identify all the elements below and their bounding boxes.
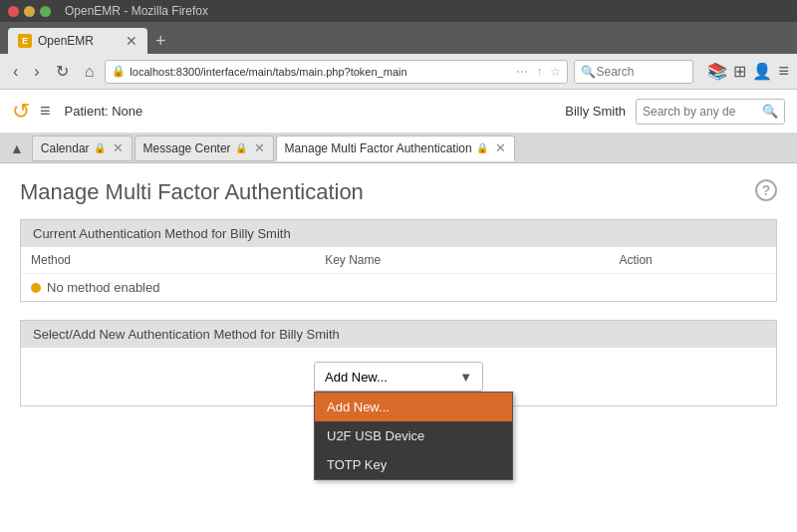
bookmark-icon: ⋯ <box>516 65 528 79</box>
window-controls <box>8 6 51 17</box>
browser-search-input[interactable] <box>596 65 685 79</box>
dropdown-selected-label: Add New... <box>325 370 388 385</box>
patient-search-bar[interactable]: 🔍 <box>636 99 785 125</box>
right-nav: 📚 ⊞ 👤 ≡ <box>707 61 789 82</box>
home-button[interactable]: ⌂ <box>80 61 100 83</box>
message-lock-icon: 🔒 <box>235 142 247 153</box>
star-icon: ☆ <box>550 65 561 79</box>
page-title-row: Manage Multi Factor Authentication ? <box>20 179 777 205</box>
col-keyname: Key Name <box>325 253 619 267</box>
add-auth-section: Select/Add New Authentication Method for… <box>20 320 777 406</box>
no-method-label: No method enabled <box>47 280 159 295</box>
tab-calendar-label: Calendar <box>41 141 90 155</box>
calendar-tab-close[interactable]: ✕ <box>113 140 124 155</box>
dropdown-option-u2f[interactable]: U2F USB Device <box>315 421 512 450</box>
tab-manage-mfa-label: Manage Multi Factor Authentication <box>285 141 472 155</box>
calendar-lock-icon: 🔒 <box>94 142 106 153</box>
add-new-dropdown-menu: Add New... U2F USB Device TOTP Key <box>314 392 513 480</box>
account-icon[interactable]: 👤 <box>752 62 772 81</box>
add-auth-header: Select/Add New Authentication Method for… <box>21 321 776 348</box>
current-auth-header: Current Authentication Method for Billy … <box>21 220 776 247</box>
browser-tab-label: OpenEMR <box>38 34 94 48</box>
dropdown-option-totp[interactable]: TOTP Key <box>315 450 512 479</box>
status-dot <box>31 283 41 293</box>
address-text: localhost:8300/interface/main/tabs/main.… <box>130 66 512 78</box>
minimize-window-button[interactable] <box>24 6 35 17</box>
mfa-lock-icon: 🔒 <box>476 142 488 153</box>
collapse-tabs-button[interactable]: ▲ <box>4 138 30 158</box>
message-tab-close[interactable]: ✕ <box>254 140 265 155</box>
tab-calendar[interactable]: Calendar 🔒 ✕ <box>32 135 133 161</box>
app-toolbar: ↺ ≡ Patient: None Billy Smith 🔍 <box>0 90 797 133</box>
patient-search-icon: 🔍 <box>762 104 778 119</box>
add-section-body: Add New... ▼ Add New... U2F USB Device T… <box>21 348 776 405</box>
current-auth-section: Current Authentication Method for Billy … <box>20 219 777 302</box>
browser-tab-close[interactable]: ✕ <box>126 33 137 49</box>
tab-message-center[interactable]: Message Center 🔒 ✕ <box>134 135 274 161</box>
nav-bar: ‹ › ↻ ⌂ 🔒 localhost:8300/interface/main/… <box>0 54 797 90</box>
add-new-dropdown-container: Add New... ▼ Add New... U2F USB Device T… <box>314 362 483 392</box>
col-method: Method <box>31 253 325 267</box>
maximize-window-button[interactable] <box>40 6 51 17</box>
add-new-dropdown-trigger[interactable]: Add New... ▼ <box>314 362 483 392</box>
page-title: Manage Multi Factor Authentication <box>20 179 364 205</box>
tab-favicon: E <box>18 34 32 48</box>
refresh-button[interactable]: ↻ <box>51 60 74 83</box>
table-header: Method Key Name Action <box>21 247 776 274</box>
user-name-label: Billy Smith <box>565 104 626 119</box>
sidebar-icon[interactable]: ⊞ <box>733 62 746 81</box>
address-bar[interactable]: 🔒 localhost:8300/interface/main/tabs/mai… <box>105 60 568 84</box>
lock-icon: 🔒 <box>112 65 126 78</box>
app-tabs-row: ▲ Calendar 🔒 ✕ Message Center 🔒 ✕ Manage… <box>0 133 797 163</box>
share-icon: ↑ <box>536 65 542 79</box>
help-button[interactable]: ? <box>755 179 777 201</box>
patient-info-label: Patient: None <box>65 104 556 119</box>
browser-tab-openemr[interactable]: E OpenEMR ✕ <box>8 28 147 54</box>
title-bar: OpenEMR - Mozilla Firefox <box>0 0 797 22</box>
back-button[interactable]: ‹ <box>8 61 23 83</box>
app-logo-button[interactable]: ↺ <box>12 99 30 125</box>
dropdown-option-add-new[interactable]: Add New... <box>315 393 512 421</box>
search-icon: 🔍 <box>581 65 596 79</box>
forward-button[interactable]: › <box>29 61 44 83</box>
dropdown-arrow-icon: ▼ <box>459 370 472 385</box>
library-icon[interactable]: 📚 <box>707 62 727 81</box>
tab-manage-mfa[interactable]: Manage Multi Factor Authentication 🔒 ✕ <box>276 135 515 161</box>
app-menu-button[interactable]: ≡ <box>40 101 51 122</box>
tab-message-center-label: Message Center <box>143 141 231 155</box>
app-logo-icon: ↺ <box>12 99 30 124</box>
col-action: Action <box>619 253 766 267</box>
patient-search-input[interactable] <box>643 105 762 119</box>
new-tab-button[interactable]: + <box>147 28 174 54</box>
page-content: Manage Multi Factor Authentication ? Cur… <box>0 163 797 532</box>
browser-search-bar[interactable]: 🔍 <box>574 60 693 84</box>
window-title: OpenEMR - Mozilla Firefox <box>65 4 208 18</box>
mfa-tab-close[interactable]: ✕ <box>495 140 506 155</box>
close-window-button[interactable] <box>8 6 19 17</box>
browser-menu-icon[interactable]: ≡ <box>778 61 789 82</box>
browser-tab-bar: E OpenEMR ✕ + <box>0 22 797 54</box>
no-method-row: No method enabled <box>21 274 776 301</box>
